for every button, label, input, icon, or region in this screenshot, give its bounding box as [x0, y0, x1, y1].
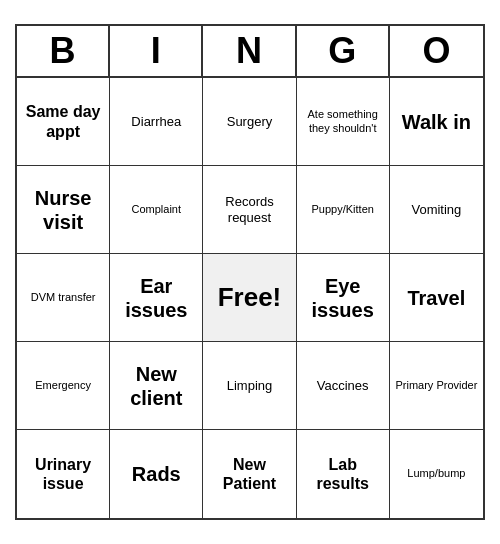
bingo-header: BINGO: [17, 26, 483, 78]
bingo-cell-12[interactable]: Free!: [203, 254, 296, 342]
bingo-cell-1[interactable]: Diarrhea: [110, 78, 203, 166]
header-letter-i: I: [110, 26, 203, 76]
header-letter-b: B: [17, 26, 110, 76]
bingo-cell-8[interactable]: Puppy/Kitten: [297, 166, 390, 254]
bingo-cell-16[interactable]: New client: [110, 342, 203, 430]
bingo-cell-15[interactable]: Emergency: [17, 342, 110, 430]
bingo-cell-17[interactable]: Limping: [203, 342, 296, 430]
cell-text-13: Eye issues: [301, 274, 385, 322]
cell-text-11: Ear issues: [114, 274, 198, 322]
header-letter-n: N: [203, 26, 296, 76]
bingo-cell-13[interactable]: Eye issues: [297, 254, 390, 342]
bingo-cell-3[interactable]: Ate something they shouldn't: [297, 78, 390, 166]
cell-text-10: DVM transfer: [31, 291, 96, 304]
cell-text-22: New Patient: [207, 455, 291, 493]
cell-text-1: Diarrhea: [131, 114, 181, 130]
bingo-grid: Same day apptDiarrheaSurgeryAte somethin…: [17, 78, 483, 518]
bingo-cell-19[interactable]: Primary Provider: [390, 342, 483, 430]
cell-text-9: Vomiting: [411, 202, 461, 218]
cell-text-17: Limping: [227, 378, 273, 394]
cell-text-2: Surgery: [227, 114, 273, 130]
cell-text-8: Puppy/Kitten: [312, 203, 374, 216]
cell-text-23: Lab results: [301, 455, 385, 493]
bingo-cell-6[interactable]: Complaint: [110, 166, 203, 254]
cell-text-19: Primary Provider: [395, 379, 477, 392]
cell-text-7: Records request: [207, 194, 291, 225]
bingo-cell-23[interactable]: Lab results: [297, 430, 390, 518]
bingo-cell-9[interactable]: Vomiting: [390, 166, 483, 254]
bingo-cell-18[interactable]: Vaccines: [297, 342, 390, 430]
bingo-cell-14[interactable]: Travel: [390, 254, 483, 342]
cell-text-21: Rads: [132, 462, 181, 486]
bingo-cell-10[interactable]: DVM transfer: [17, 254, 110, 342]
cell-text-0: Same day appt: [21, 102, 105, 140]
cell-text-24: Lump/bump: [407, 467, 465, 480]
bingo-cell-2[interactable]: Surgery: [203, 78, 296, 166]
cell-text-20: Urinary issue: [21, 455, 105, 493]
bingo-cell-7[interactable]: Records request: [203, 166, 296, 254]
cell-text-18: Vaccines: [317, 378, 369, 394]
bingo-card: BINGO Same day apptDiarrheaSurgeryAte so…: [15, 24, 485, 520]
bingo-cell-4[interactable]: Walk in: [390, 78, 483, 166]
cell-text-16: New client: [114, 362, 198, 410]
cell-text-3: Ate something they shouldn't: [301, 108, 385, 134]
bingo-cell-24[interactable]: Lump/bump: [390, 430, 483, 518]
cell-text-6: Complaint: [132, 203, 182, 216]
bingo-cell-21[interactable]: Rads: [110, 430, 203, 518]
bingo-cell-20[interactable]: Urinary issue: [17, 430, 110, 518]
bingo-cell-11[interactable]: Ear issues: [110, 254, 203, 342]
cell-text-14: Travel: [407, 286, 465, 310]
bingo-cell-22[interactable]: New Patient: [203, 430, 296, 518]
cell-text-15: Emergency: [35, 379, 91, 392]
bingo-cell-5[interactable]: Nurse visit: [17, 166, 110, 254]
bingo-cell-0[interactable]: Same day appt: [17, 78, 110, 166]
cell-text-5: Nurse visit: [21, 186, 105, 234]
cell-text-12: Free!: [218, 282, 282, 313]
header-letter-g: G: [297, 26, 390, 76]
header-letter-o: O: [390, 26, 483, 76]
cell-text-4: Walk in: [402, 110, 471, 134]
